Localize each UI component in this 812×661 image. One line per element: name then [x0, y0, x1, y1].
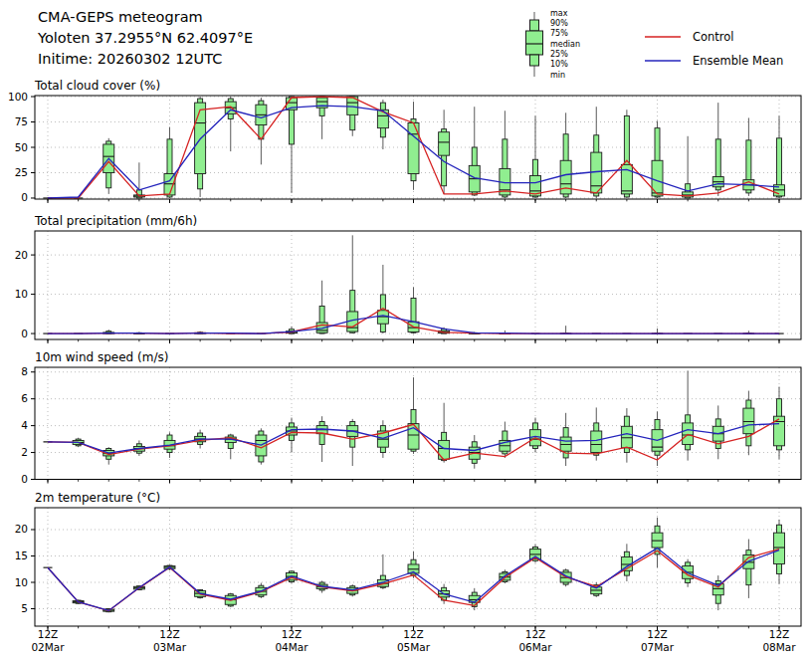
box-whisker [469, 435, 480, 469]
legend-label-90: 90% [550, 19, 568, 28]
y-axis: 02468 [21, 365, 35, 485]
x-tick-label-time: 12Z [159, 628, 180, 640]
box-whisker [621, 544, 632, 581]
y-tick-label: 20 [15, 523, 28, 535]
legend-label-max: max [550, 9, 568, 18]
box-whisker [408, 377, 419, 454]
y-tick-label: 10 [15, 576, 28, 588]
y-tick-label: 25 [15, 166, 28, 178]
x-tick-label-time: 12Z [647, 628, 668, 640]
x-tick-label-date: 08Mar [762, 641, 796, 653]
x-axis [48, 339, 779, 343]
box-whisker [500, 110, 510, 198]
box-whisker [195, 97, 206, 197]
y-tick-label: 15 [15, 550, 28, 561]
x-tick-label-date: 05Mar [397, 641, 431, 653]
page-title: CMA-GEPS meteogram [38, 9, 203, 25]
x-tick-label-time: 12Z [403, 628, 424, 640]
meteogram-figure: CMA-GEPS meteogram Yoloten 37.2955°N 62.… [0, 0, 812, 661]
panel-total-precipitation: 01020Total precipitation (mm/6h) [15, 214, 801, 343]
y-tick-label: 6 [21, 392, 28, 404]
box-whiskers [44, 518, 785, 612]
legend-label-10: 10% [550, 60, 568, 69]
box-whisker [530, 115, 541, 198]
y-tick-label: 0 [21, 473, 28, 485]
panels: 0255075100Total cloud cover (%)01020Tota… [8, 79, 801, 653]
box-whisker [347, 235, 358, 333]
box-whisker [377, 265, 388, 333]
y-axis: 0255075100 [8, 91, 35, 204]
box-whisker [652, 120, 663, 197]
box-whisker [774, 115, 785, 198]
box-whisker [287, 418, 298, 453]
box-whisker [225, 97, 236, 151]
x-tick-label-date: 03Mar [153, 641, 187, 653]
panel-total-cloud-cover: 0255075100Total cloud cover (%) [8, 79, 801, 203]
box-whisker [103, 447, 114, 465]
box-whisker [133, 162, 144, 198]
box-whisker [347, 419, 358, 466]
y-axis: 01020 [15, 249, 35, 339]
ensemble-legend-label: Ensemble Mean [693, 54, 783, 68]
box-whisker [287, 97, 298, 193]
box-whisker [774, 387, 785, 460]
y-tick-label: 5 [21, 602, 28, 614]
x-tick-label-date: 04Mar [275, 641, 308, 653]
header-location: Yoloten 37.2955°N 62.4097°E [37, 30, 253, 46]
box-whisker [439, 110, 450, 194]
legend-label-25: 25% [550, 50, 568, 59]
box-whisker [712, 103, 723, 196]
box-whisker [377, 100, 388, 149]
box-whisker [408, 102, 419, 190]
panel-title: 2m temperature (°C) [35, 491, 160, 505]
header-initime: Initime: 20260302 12UTC [38, 51, 222, 67]
y-tick-label: 4 [21, 419, 28, 431]
box-whisker [439, 403, 450, 463]
x-tick-label-time: 12Z [525, 628, 546, 640]
x-tick-label-date: 02Mar [31, 641, 65, 653]
panel-title: 10m wind speed (m/s) [35, 350, 168, 364]
x-axis [48, 199, 779, 203]
x-tick-label-date: 06Mar [518, 641, 552, 653]
meteogram-page: CMA-GEPS meteogram Yoloten 37.2955°N 62.… [0, 0, 812, 661]
legend-box-iqr [526, 31, 543, 55]
legend-label-75: 75% [550, 29, 568, 38]
y-tick-label: 75 [15, 115, 28, 127]
box-whisker [683, 136, 694, 198]
box-whisker [621, 408, 632, 463]
y-tick-label: 2 [21, 446, 28, 458]
legend-label-min: min [550, 71, 565, 80]
x-tick-label-time: 12Z [282, 628, 303, 640]
box-whisker [621, 110, 632, 198]
box-whisker [652, 518, 663, 567]
y-tick-label: 0 [21, 328, 28, 339]
box-whisker [743, 540, 754, 598]
boxplot-legend: max 90% 75% median 25% 10% min [526, 9, 581, 80]
control-legend-label: Control [693, 30, 734, 44]
box-whisker [256, 98, 267, 164]
panel-temperature: 51015202m temperature (°C)12Z02Mar12Z03M… [15, 491, 801, 653]
box-whisker [164, 127, 175, 198]
box-whisker [591, 107, 602, 198]
x-tick-label-time: 12Z [38, 628, 59, 640]
box-whiskers [44, 235, 784, 333]
box-whisker [530, 418, 541, 453]
box-whiskers [44, 370, 785, 468]
y-tick-label: 20 [15, 249, 28, 261]
box-whisker [469, 107, 480, 196]
legend-label-median: median [550, 40, 580, 49]
line-legend: Control Ensemble Mean [645, 30, 783, 68]
y-axis: 5101520 [15, 523, 35, 614]
box-whisker [743, 391, 754, 456]
x-tick-label-date: 07Mar [641, 641, 675, 653]
y-tick-label: 8 [21, 365, 28, 377]
box-whisker [683, 370, 694, 460]
box-whisker [316, 416, 327, 462]
box-whisker [560, 326, 571, 333]
box-whisker [560, 413, 571, 466]
y-tick-label: 50 [15, 141, 28, 153]
y-tick-label: 10 [15, 288, 28, 300]
panel-wind-speed: 0246810m wind speed (m/s) [21, 350, 801, 485]
box-whisker [347, 97, 358, 136]
box-whisker [712, 575, 723, 610]
